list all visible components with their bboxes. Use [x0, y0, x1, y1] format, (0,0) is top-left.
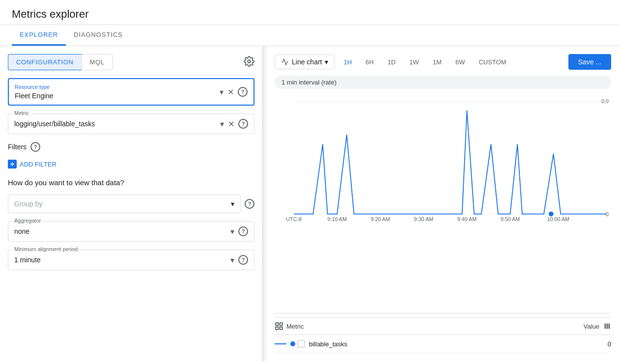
- metric-float-label: Metric: [12, 110, 31, 116]
- left-panel: CONFIGURATION MQL Resource type Fleet En…: [0, 46, 263, 361]
- nav-item-diagnostics[interactable]: DIAGNOSTICS: [66, 25, 131, 46]
- metric-clear-icon[interactable]: [228, 119, 234, 129]
- svg-text:10:00 AM: 10:00 AM: [547, 216, 569, 222]
- group-by-row: Group by ?: [8, 195, 254, 213]
- scroll-divider: [263, 46, 267, 361]
- interval-badge: 1 min interval (rate): [275, 76, 611, 89]
- legend-header: Metric Value: [275, 318, 611, 335]
- app-title: Metrics explorer: [12, 8, 607, 21]
- resource-type-label: Resource type: [15, 84, 220, 90]
- time-btn-1w[interactable]: 1W: [404, 56, 424, 69]
- view-section-title: How do you want to view that data?: [8, 178, 254, 187]
- metric-dropdown-icon[interactable]: [220, 119, 224, 129]
- metric-help-icon[interactable]: ?: [238, 119, 248, 129]
- legend-line-color: [275, 343, 286, 344]
- nav-item-explorer[interactable]: EXPLORER: [12, 25, 66, 46]
- svg-text:UTC-8: UTC-8: [286, 216, 302, 222]
- time-btn-1d[interactable]: 1D: [383, 56, 401, 69]
- svg-text:0.0: 0.0: [601, 98, 609, 104]
- legend-metric-header: Metric: [275, 322, 584, 331]
- legend-value-label: Value: [584, 323, 599, 330]
- svg-text:9:40 AM: 9:40 AM: [457, 216, 477, 222]
- chart-legend: Metric Value billable_tasks 0: [275, 317, 611, 353]
- group-by-select[interactable]: Group by: [8, 195, 241, 213]
- app-header: Metrics explorer: [0, 0, 619, 25]
- chart-toolbar: Line chart 1H 6H 1D 1W 1M 6W CUSTOM Save…: [275, 54, 611, 70]
- interval-badge-text: 1 min interval (rate): [281, 79, 337, 86]
- tab-configuration[interactable]: CONFIGURATION: [8, 54, 82, 70]
- add-filter-button[interactable]: + ADD FILTER: [8, 158, 254, 170]
- metric-field[interactable]: Metric logging/user/billable_tasks ?: [8, 113, 254, 134]
- metric-icons: ?: [220, 119, 248, 129]
- metric-value: logging/user/billable_tasks: [14, 120, 220, 128]
- filters-header: Filters ?: [8, 142, 254, 152]
- svg-rect-17: [607, 324, 608, 329]
- min-alignment-value: 1 minute: [14, 256, 230, 264]
- resource-type-dropdown-icon[interactable]: [220, 87, 224, 97]
- min-alignment-float-label: Minimum alignment period: [12, 246, 80, 252]
- time-btn-1h[interactable]: 1H: [338, 56, 357, 69]
- svg-text:0: 0: [606, 211, 609, 217]
- chart-type-selector[interactable]: Line chart: [275, 55, 335, 69]
- tab-mql[interactable]: MQL: [82, 54, 113, 70]
- min-alignment-dropdown-icon[interactable]: [230, 255, 234, 265]
- add-filter-plus-icon: +: [8, 160, 17, 168]
- time-btn-custom[interactable]: CUSTOM: [474, 56, 511, 69]
- svg-rect-16: [605, 324, 606, 329]
- svg-rect-13: [280, 323, 282, 325]
- legend-checkbox[interactable]: [297, 340, 305, 348]
- svg-rect-12: [276, 323, 278, 325]
- svg-rect-15: [276, 327, 278, 330]
- resource-type-field[interactable]: Resource type Fleet Engine ?: [8, 78, 254, 106]
- legend-row: billable_tasks 0: [275, 335, 611, 353]
- svg-rect-14: [280, 327, 282, 330]
- legend-metric-label-text: Metric: [286, 323, 304, 330]
- resource-type-group: Resource type Fleet Engine ?: [8, 78, 254, 106]
- aggregator-dropdown-icon[interactable]: [230, 227, 234, 236]
- aggregator-help-icon[interactable]: ?: [238, 226, 248, 236]
- save-button[interactable]: Save ...: [568, 54, 611, 70]
- aggregator-value: none: [14, 227, 230, 235]
- legend-item-name: billable_tasks: [309, 340, 608, 348]
- tab-bar: CONFIGURATION MQL: [8, 54, 254, 70]
- svg-point-0: [248, 60, 251, 63]
- svg-rect-18: [609, 324, 610, 329]
- time-btn-6w[interactable]: 6W: [450, 56, 470, 69]
- line-chart-svg: 0.0 0 UTC-8 9:10 AM 9:20 AM 9:30 AM 9:40…: [275, 95, 611, 223]
- group-by-chevron-icon: [231, 200, 234, 208]
- group-by-placeholder: Group by: [14, 200, 231, 208]
- min-alignment-group: Minimum alignment period 1 minute ?: [8, 250, 254, 270]
- add-filter-label: ADD FILTER: [20, 161, 56, 168]
- aggregator-float-label: Aggregator: [12, 218, 43, 224]
- metric-group: Metric logging/user/billable_tasks ?: [8, 113, 254, 134]
- svg-text:9:50 AM: 9:50 AM: [501, 216, 520, 222]
- top-nav: EXPLORER DIAGNOSTICS: [0, 25, 619, 46]
- resource-type-help-icon[interactable]: ?: [238, 87, 248, 97]
- resource-type-value: Fleet Engine: [15, 92, 220, 100]
- chart-type-label: Line chart: [292, 58, 322, 66]
- main-layout: CONFIGURATION MQL Resource type Fleet En…: [0, 46, 619, 361]
- filters-help-icon[interactable]: ?: [30, 142, 40, 152]
- aggregator-icons: ?: [230, 226, 248, 236]
- settings-icon[interactable]: [244, 56, 254, 68]
- min-alignment-icons: ?: [230, 255, 248, 265]
- line-chart-icon: [281, 58, 289, 66]
- aggregator-group: Aggregator none ?: [8, 221, 254, 242]
- legend-columns-icon: [603, 322, 611, 330]
- chart-data-point: [549, 212, 554, 217]
- legend-item-value: 0: [608, 340, 611, 348]
- resource-type-clear-icon[interactable]: [227, 87, 234, 97]
- filters-section: Filters ? + ADD FILTER: [8, 142, 254, 170]
- right-panel: Line chart 1H 6H 1D 1W 1M 6W CUSTOM Save…: [267, 46, 619, 361]
- time-btn-6h[interactable]: 6H: [361, 56, 379, 69]
- svg-text:9:10 AM: 9:10 AM: [327, 216, 346, 222]
- min-alignment-help-icon[interactable]: ?: [238, 255, 248, 265]
- filters-label: Filters: [8, 143, 27, 151]
- group-by-help-icon[interactable]: ?: [245, 199, 254, 209]
- resource-type-icons: ?: [220, 87, 248, 97]
- time-btn-1m[interactable]: 1M: [428, 56, 447, 69]
- chart-area: 0.0 0 UTC-8 9:10 AM 9:20 AM 9:30 AM 9:40…: [275, 95, 611, 313]
- view-section: How do you want to view that data? Group…: [8, 178, 254, 270]
- min-alignment-field[interactable]: Minimum alignment period 1 minute ?: [8, 250, 254, 270]
- aggregator-field[interactable]: Aggregator none ?: [8, 221, 254, 242]
